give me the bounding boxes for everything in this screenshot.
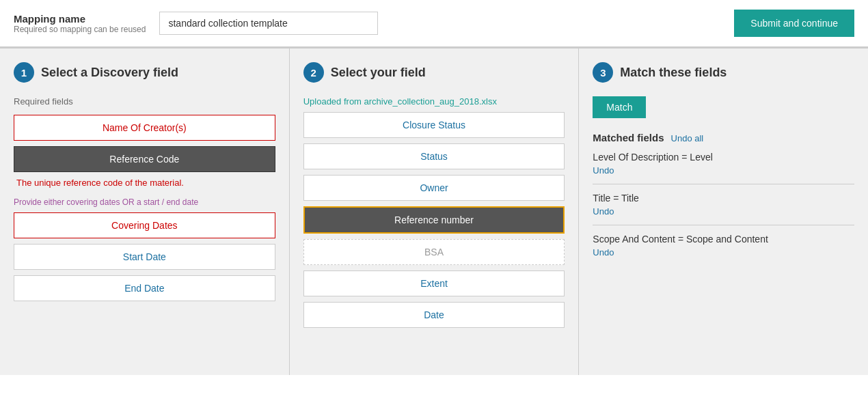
matched-item-0: Level Of Description = Level Undo <box>593 152 854 184</box>
main-content: 1 Select a Discovery field Required fiel… <box>0 47 868 375</box>
uploaded-label: Uploaded from archive_collection_aug_201… <box>303 96 565 107</box>
matched-item-2: Scope And Content = Scope and Content Un… <box>593 234 854 266</box>
panel2-title: Select your field <box>331 66 426 80</box>
divider-label: Provide either covering dates OR a start… <box>14 197 275 207</box>
panel2-header: 2 Select your field <box>303 62 565 83</box>
reference-code-description: The unique reference code of the materia… <box>14 178 275 188</box>
panel-discovery-field: 1 Select a Discovery field Required fiel… <box>0 48 290 375</box>
mapping-name-title: Mapping name <box>14 13 146 25</box>
matched-item-0-text: Level Of Description = Level <box>593 152 712 163</box>
panel3-header: 3 Match these fields <box>593 62 854 83</box>
step1-circle: 1 <box>14 62 34 83</box>
field-btn-extent[interactable]: Extent <box>303 270 565 296</box>
top-bar: Mapping name Required so mapping can be … <box>0 0 868 47</box>
field-btn-start-date[interactable]: Start Date <box>14 244 275 270</box>
field-btn-owner[interactable]: Owner <box>303 175 565 201</box>
undo-link-0[interactable]: Undo <box>593 165 854 176</box>
matched-title: Matched fields <box>593 132 664 143</box>
matched-item-2-text: Scope And Content = Scope and Content <box>593 234 768 245</box>
field-btn-status[interactable]: Status <box>303 143 565 169</box>
panel3-title: Match these fields <box>620 66 727 80</box>
field-btn-date[interactable]: Date <box>303 302 565 328</box>
undo-all-link[interactable]: Undo all <box>671 133 704 143</box>
mapping-name-label: Mapping name Required so mapping can be … <box>14 13 146 34</box>
match-button[interactable]: Match <box>593 96 646 118</box>
field-btn-closure-status[interactable]: Closure Status <box>303 112 565 138</box>
field-btn-reference-number[interactable]: Reference number <box>303 206 565 234</box>
submit-continue-button[interactable]: Submit and continue <box>734 10 854 37</box>
undo-link-2[interactable]: Undo <box>593 247 854 258</box>
required-fields-label: Required fields <box>14 96 275 107</box>
field-btn-name-of-creator[interactable]: Name Of Creator(s) <box>14 115 275 141</box>
field-bsa: BSA <box>303 239 565 265</box>
field-btn-end-date[interactable]: End Date <box>14 275 275 301</box>
undo-link-1[interactable]: Undo <box>593 206 854 217</box>
panel1-header: 1 Select a Discovery field <box>14 62 275 83</box>
panel-match-fields: 3 Match these fields Match Matched field… <box>579 48 868 375</box>
step2-circle: 2 <box>303 62 324 83</box>
step3-circle: 3 <box>593 62 613 83</box>
matched-header: Matched fields Undo all <box>593 132 854 143</box>
mapping-name-sub: Required so mapping can be reused <box>14 25 146 34</box>
panel-select-field: 2 Select your field Uploaded from archiv… <box>290 48 580 375</box>
matched-item-1: Title = Title Undo <box>593 193 854 225</box>
matched-item-1-text: Title = Title <box>593 193 639 204</box>
field-btn-covering-dates[interactable]: Covering Dates <box>14 212 275 238</box>
panel1-title: Select a Discovery field <box>41 66 178 80</box>
field-btn-reference-code[interactable]: Reference Code <box>14 146 275 172</box>
mapping-name-input[interactable] <box>159 12 378 35</box>
